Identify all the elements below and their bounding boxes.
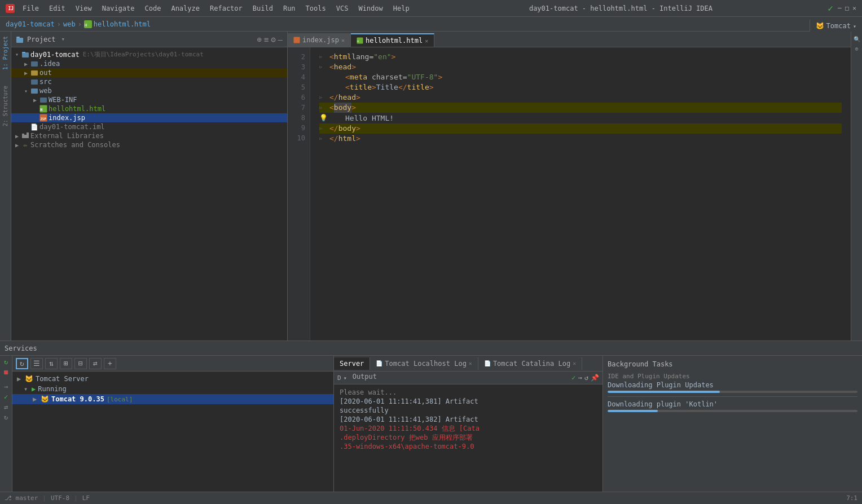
right-strip-search[interactable]: 🔍 — [854, 36, 860, 42]
html-tab-icon: H — [357, 37, 363, 44]
menu-code[interactable]: Code — [140, 3, 166, 14]
bg-task-1: IDE and Plugin Updates Downloading Plugi… — [608, 373, 857, 393]
menu-vcs[interactable]: VCS — [332, 3, 353, 14]
log-icon: 📄 — [376, 360, 382, 366]
output-sync-icon[interactable]: ↺ — [584, 374, 588, 382]
menu-file[interactable]: File — [18, 3, 43, 14]
breadcrumb-project[interactable]: day01-tomcat — [6, 20, 55, 28]
close-indexjsp-tab[interactable]: ✕ — [341, 37, 345, 43]
tree-webinf[interactable]: ▶ WEB-INF — [11, 95, 287, 104]
services-output-tabs: Server 📄 Tomcat Localhost Log ✕ 📄 Tomcat… — [334, 356, 602, 372]
svc-refresh-btn[interactable]: ↻ — [16, 358, 28, 369]
services-arrow-alt[interactable]: ⇄ — [4, 403, 8, 411]
services-run-icon[interactable]: ↻ — [4, 358, 8, 366]
status-encoding[interactable]: UTF-8 — [51, 494, 69, 502]
output-check-icon[interactable]: ✓ — [571, 374, 575, 382]
svc-running-label: Running — [38, 385, 67, 393]
status-bar: ⎇ master | UTF-8 | LF 7:1 — [0, 492, 862, 504]
output-arrow-icon[interactable]: → — [578, 374, 582, 382]
output-line-7: .35-windows-x64\apache-tomcat-9.0 — [340, 442, 597, 451]
tree-src[interactable]: ▶ src — [11, 77, 287, 86]
structure-tab-vertical[interactable]: 2: Structure — [0, 83, 11, 129]
menu-navigate[interactable]: Navigate — [98, 3, 139, 14]
services-stop-icon[interactable]: ■ — [4, 368, 8, 376]
status-line-sep[interactable]: LF — [82, 494, 90, 502]
dropdown-arrow[interactable]: ▾ — [61, 36, 65, 43]
tab-catalina-log[interactable]: 📄 Tomcat Catalina Log ✕ — [478, 357, 582, 370]
code-line-10: ⊳ </html> — [319, 134, 842, 144]
svc-filter-btn[interactable]: ⊟ — [74, 358, 87, 369]
tomcat-icon: 🐱 — [816, 22, 824, 30]
tab-localhost-log[interactable]: 📄 Tomcat Localhost Log ✕ — [370, 357, 478, 370]
tree-src-label: src — [39, 78, 52, 86]
window-title: day01-tomcat - hellohtml.html - IntelliJ… — [414, 5, 828, 12]
menu-window[interactable]: Window — [354, 3, 387, 14]
right-strip-git[interactable]: ⊕ — [855, 46, 858, 52]
tree-webinf-label: WEB-INF — [49, 96, 77, 104]
svc-add-btn[interactable]: + — [104, 358, 116, 369]
svc-list-btn[interactable]: ☰ — [30, 358, 43, 369]
close-catalina-log[interactable]: ✕ — [573, 360, 576, 366]
svg-text:H: H — [357, 39, 359, 43]
svg-text:IJ: IJ — [8, 6, 14, 11]
services-arrow-right[interactable]: → — [4, 383, 8, 391]
svg-rect-7 — [22, 52, 25, 53]
menu-run[interactable]: Run — [279, 3, 300, 14]
tab-server[interactable]: Server — [334, 357, 370, 370]
menu-tools[interactable]: Tools — [301, 3, 331, 14]
services-body: ↻ ■ → ✓ ⇄ ↻ ⊞ ↻ ☰ ⇅ ⊞ ⊟ ⇄ + — [0, 356, 862, 504]
settings-button[interactable]: ⚙ — [271, 35, 275, 44]
run-success-icon: ✓ — [828, 3, 833, 14]
tree-idea[interactable]: ▶ .idea — [11, 59, 287, 68]
tree-scratches[interactable]: ▶ ✏ Scratches and Consoles — [11, 140, 287, 149]
tree-root[interactable]: ▾ day01-tomcat E:\项目\IdeaProjects\day01-… — [11, 50, 287, 59]
project-panel-header: Project ▾ ⊕ ≡ ⚙ — — [11, 32, 287, 47]
breadcrumb-file[interactable]: hellohtml.html — [94, 20, 151, 28]
svc-sort-btn[interactable]: ⇅ — [45, 358, 58, 369]
jsp-file-icon: JSP — [38, 114, 49, 122]
tree-extlib[interactable]: ▶ External Libraries — [11, 131, 287, 140]
menu-edit[interactable]: Edit — [45, 3, 70, 14]
menu-analyze[interactable]: Analyze — [166, 3, 204, 14]
collapse-button[interactable]: ≡ — [264, 35, 269, 44]
svc-pins-btn[interactable]: ⇄ — [89, 358, 102, 369]
breadcrumb-folder[interactable]: web — [63, 20, 76, 28]
breadcrumb: day01-tomcat › web › H hellohtml.html — [0, 17, 862, 32]
project-root-icon — [20, 51, 30, 59]
code-line-2: ⊳ <html lang="en"> — [319, 52, 842, 62]
output-label: Output — [353, 373, 377, 381]
bg-task-1-name: Downloading Plugin Updates — [608, 381, 857, 389]
menu-help[interactable]: Help — [389, 3, 414, 14]
close-hellohtml-tab[interactable]: ✕ — [425, 38, 428, 44]
tab-hellohtml[interactable]: H hellohtml.html ✕ — [351, 33, 434, 47]
tree-hellohtml[interactable]: ▶ H hellohtml.html — [11, 104, 287, 113]
project-tab-vertical[interactable]: 1: Project — [0, 34, 11, 72]
services-sync-icon[interactable]: ↻ — [4, 413, 8, 421]
bg-task-2: Downloading plugin 'Kotlin' — [608, 400, 857, 412]
menu-build[interactable]: Build — [248, 3, 278, 14]
status-git[interactable]: ⎇ master — [5, 494, 38, 502]
services-check-icon[interactable]: ✓ — [4, 393, 8, 401]
svc-running-group[interactable]: ▾ ▶ Running — [12, 384, 333, 394]
window-controls[interactable]: ─ □ ✕ — [838, 5, 856, 12]
menu-refactor[interactable]: Refactor — [205, 3, 247, 14]
menu-view[interactable]: View — [71, 3, 96, 14]
svg-rect-10 — [31, 79, 38, 85]
tree-indexjsp[interactable]: ▶ JSP index.jsp — [11, 113, 287, 122]
close-panel-button[interactable]: — — [278, 35, 283, 44]
tree-web[interactable]: ▾ web — [11, 86, 287, 95]
output-pin-icon[interactable]: 📌 — [591, 374, 599, 382]
tomcat-run-button[interactable]: 🐱 Tomcat ▾ — [810, 20, 862, 32]
tab-indexjsp[interactable]: index.jsp ✕ — [288, 33, 351, 47]
locate-button[interactable]: ⊕ — [257, 35, 261, 44]
tree-out[interactable]: ▶ out — [11, 68, 287, 77]
close-localhost-log[interactable]: ✕ — [469, 360, 472, 366]
svc-tomcat-label: Tomcat Server — [36, 375, 89, 383]
tree-scratches-label: Scratches and Consoles — [30, 141, 120, 149]
status-right: 7:1 — [846, 494, 857, 502]
svc-tomcat-server[interactable]: ▶ 🐱 Tomcat Server — [12, 374, 333, 384]
menu-bar[interactable]: File Edit View Navigate Code Analyze Ref… — [18, 3, 414, 14]
svc-group-btn[interactable]: ⊞ — [60, 358, 72, 369]
svc-tomcat-instance[interactable]: ▶ 🐱 Tomcat 9.0.35 [local] — [12, 394, 333, 404]
tree-iml[interactable]: ▶ 📄 day01-tomcat.iml — [11, 122, 287, 131]
